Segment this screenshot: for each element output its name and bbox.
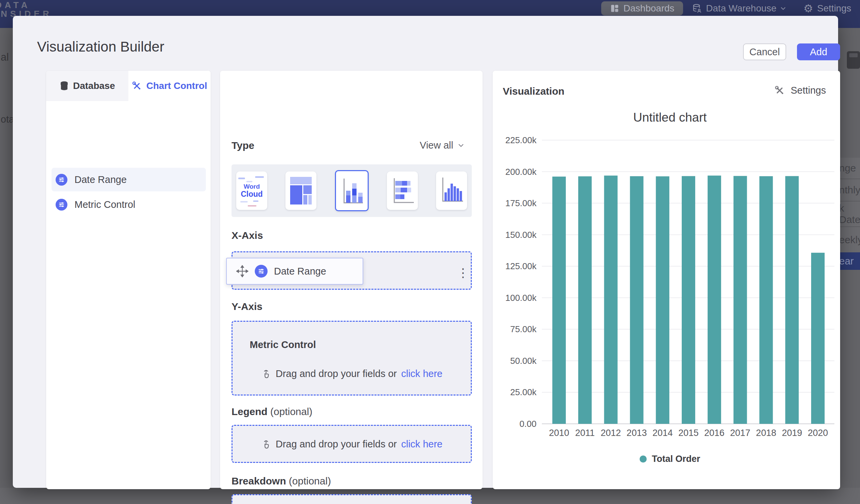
modal-title: Visualization Builder bbox=[37, 39, 164, 55]
background-text-fragment: al bbox=[1, 51, 9, 63]
svg-text:2018: 2018 bbox=[756, 428, 776, 438]
svg-text:2011: 2011 bbox=[575, 428, 595, 438]
chevron-down-icon bbox=[458, 144, 464, 147]
nav-settings[interactable]: ⚙ Settings bbox=[794, 1, 860, 15]
legend-dot bbox=[640, 456, 647, 463]
svg-text:2020: 2020 bbox=[808, 428, 828, 438]
database-icon bbox=[60, 81, 69, 91]
svg-text:2019: 2019 bbox=[782, 428, 802, 438]
background-text-fragment: ota bbox=[1, 114, 14, 125]
y-axis-dropzone[interactable]: Metric Control Drag and drop your fields… bbox=[231, 321, 472, 395]
chart-type-word-cloud[interactable]: Word Cloud bbox=[236, 172, 267, 210]
svg-text:2016: 2016 bbox=[704, 428, 725, 438]
nav-data-warehouse[interactable]: Data Warehouse bbox=[683, 1, 794, 15]
view-all-dropdown[interactable]: View all bbox=[420, 140, 464, 151]
menu-item[interactable]: eekly bbox=[838, 226, 860, 252]
nav-data-warehouse-label: Data Warehouse bbox=[706, 3, 776, 14]
cancel-button[interactable]: Cancel bbox=[743, 43, 786, 60]
tab-database-label: Database bbox=[73, 81, 115, 91]
tap-icon bbox=[261, 439, 271, 449]
svg-text:2010: 2010 bbox=[549, 428, 569, 438]
word-cloud-word2: Cloud bbox=[236, 190, 267, 199]
fields-panel-tabs: Database Chart Control bbox=[46, 71, 211, 101]
tools-icon bbox=[132, 81, 142, 91]
click-here-link[interactable]: click here bbox=[401, 438, 443, 450]
field-item-metric-control[interactable]: Metric Control bbox=[52, 193, 206, 216]
background-dropdown-menu: nge nthly k Date eekly ear bbox=[838, 158, 860, 270]
svg-text:2012: 2012 bbox=[601, 428, 621, 438]
settings-button[interactable]: Settings bbox=[774, 85, 826, 96]
legend-section-label: Legend (optional) bbox=[231, 406, 312, 417]
chart-type-column[interactable] bbox=[436, 172, 467, 210]
nav-dashboards[interactable]: Dashboards bbox=[601, 1, 683, 15]
svg-text:25.00k: 25.00k bbox=[510, 387, 537, 397]
save-icon bbox=[847, 51, 860, 69]
control-icon bbox=[56, 174, 67, 186]
chart-type-stacked-column[interactable] bbox=[335, 170, 369, 211]
legend-dropzone[interactable]: Drag and drop your fields or click here bbox=[231, 425, 472, 463]
tab-chart-control[interactable]: Chart Control bbox=[128, 71, 211, 101]
svg-text:200.00k: 200.00k bbox=[505, 167, 537, 177]
field-item-label: Date Range bbox=[74, 174, 127, 185]
dropzone-hint: Drag and drop your fields or click here bbox=[232, 438, 471, 450]
tab-chart-control-label: Chart Control bbox=[146, 81, 207, 91]
svg-text:125.00k: 125.00k bbox=[505, 261, 537, 271]
control-icon bbox=[255, 265, 268, 278]
svg-text:2014: 2014 bbox=[653, 428, 673, 438]
tools-icon bbox=[774, 85, 785, 96]
y-axis-placeholder-title: Metric Control bbox=[250, 339, 316, 350]
field-item-date-range[interactable]: Date Range bbox=[52, 168, 206, 191]
svg-text:2013: 2013 bbox=[627, 428, 647, 438]
fields-panel: Database Chart Control bbox=[46, 71, 211, 489]
kebab-menu-icon[interactable]: ⋮ bbox=[457, 268, 469, 278]
menu-item[interactable]: nthly bbox=[838, 178, 860, 201]
screen: DATA INSIDER Dashboards bbox=[0, 0, 860, 504]
svg-text:225.00k: 225.00k bbox=[505, 135, 537, 145]
svg-text:2017: 2017 bbox=[730, 428, 750, 438]
breakdown-dropzone[interactable]: Drag and drop your fields or click here bbox=[231, 494, 472, 504]
type-label: Type bbox=[231, 140, 255, 151]
gear-icon: ⚙ bbox=[803, 2, 813, 15]
breakdown-section-label: Breakdown (optional) bbox=[231, 475, 331, 487]
view-all-label: View all bbox=[420, 140, 453, 151]
chart-legend: Total Order bbox=[503, 454, 836, 464]
menu-item[interactable]: k Date bbox=[838, 201, 860, 226]
svg-text:75.00k: 75.00k bbox=[510, 324, 537, 334]
chart-type-treemap[interactable] bbox=[285, 172, 316, 210]
builder-panel: Type View all Word Cloud bbox=[220, 71, 483, 489]
y-axis-label: Y-Axis bbox=[231, 301, 262, 312]
hint-text: Drag and drop your fields or bbox=[276, 438, 397, 450]
chip-label: Date Range bbox=[274, 266, 326, 277]
database-user-icon bbox=[692, 3, 702, 13]
chevron-down-icon bbox=[780, 7, 786, 11]
word-cloud-word1: Word bbox=[236, 183, 267, 190]
dropzone-hint: Drag and drop your fields or click here bbox=[232, 368, 471, 379]
top-nav: Dashboards Data Warehouse ⚙ Setting bbox=[601, 1, 860, 15]
hint-text: Drag and drop your fields or bbox=[276, 368, 397, 379]
visualization-title: Visualization bbox=[503, 86, 564, 97]
chart-type-strip: Word Cloud bbox=[231, 164, 472, 217]
add-button[interactable]: Add bbox=[797, 43, 840, 60]
x-axis-field-chip[interactable]: Date Range bbox=[226, 258, 363, 285]
svg-text:0.00: 0.00 bbox=[519, 419, 536, 429]
visualization-builder-modal: Visualization Builder Cancel Add Databas… bbox=[13, 16, 838, 488]
chart-type-stacked-bar[interactable] bbox=[387, 172, 418, 210]
tap-icon bbox=[261, 369, 271, 379]
nav-dashboards-label: Dashboards bbox=[624, 3, 674, 14]
legend-series-label: Total Order bbox=[652, 454, 700, 464]
tab-database[interactable]: Database bbox=[46, 71, 128, 101]
nav-settings-label: Settings bbox=[817, 3, 851, 14]
svg-text:150.00k: 150.00k bbox=[505, 230, 537, 240]
x-axis-label: X-Axis bbox=[231, 230, 263, 241]
chart-title: Untitled chart bbox=[503, 111, 836, 125]
svg-text:2015: 2015 bbox=[678, 428, 699, 438]
control-icon bbox=[56, 199, 67, 211]
svg-text:100.00k: 100.00k bbox=[505, 293, 537, 303]
menu-item[interactable]: nge bbox=[838, 158, 860, 178]
menu-item-selected[interactable]: ear bbox=[838, 252, 860, 270]
click-here-link[interactable]: click here bbox=[401, 368, 443, 379]
logo-line1: DATA bbox=[0, 1, 52, 10]
settings-label: Settings bbox=[791, 85, 826, 96]
field-item-label: Metric Control bbox=[74, 199, 135, 210]
visualization-panel: Visualization Settings Untitled chart 22… bbox=[493, 71, 840, 489]
